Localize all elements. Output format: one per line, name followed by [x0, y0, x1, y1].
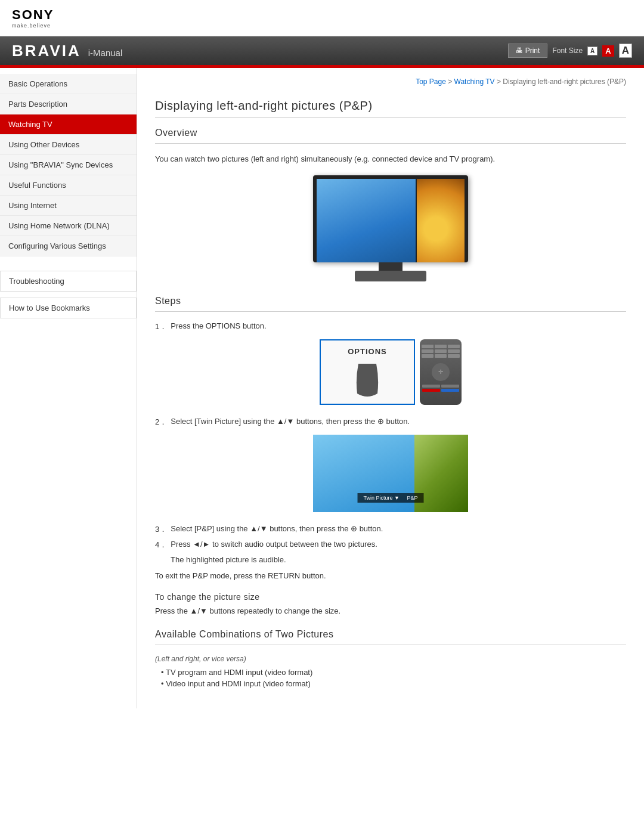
combinations-divider [155, 645, 626, 645]
remote-btn-5 [435, 349, 447, 353]
page-title: Displaying left-and-right pictures (P&P) [155, 99, 626, 113]
tv-stand-neck [379, 262, 402, 271]
print-icon: 🖶 [516, 47, 523, 55]
step-4-sub: The highlighted picture is audible. [155, 555, 626, 564]
sidebar-item-troubleshooting[interactable]: Troubleshooting [0, 271, 137, 292]
sidebar-item-useful-functions[interactable]: Useful Functions [0, 175, 137, 196]
breadcrumb-sep1: > [448, 78, 454, 86]
top-header: SONY make.believe [0, 0, 644, 36]
steps-divider [155, 311, 626, 312]
twin-img-container: Twin Picture ▼ P&P [155, 435, 626, 512]
font-size-small-button[interactable]: A [587, 47, 597, 55]
remote-dpad: ✛ [432, 363, 450, 381]
tv-base-box [355, 271, 426, 281]
nav-title: i-Manual [88, 48, 123, 58]
nav-brand: BRAVIA i-Manual [12, 42, 122, 60]
sidebar-item-using-other-devices[interactable]: Using Other Devices [0, 135, 137, 155]
nav-bar: BRAVIA i-Manual 🖶 Print Font Size A A A [0, 36, 644, 65]
sidebar-section-main: Basic Operations Parts Description Watch… [0, 74, 137, 256]
options-box: OPTIONS [320, 339, 415, 405]
remote-btn-13 [441, 389, 459, 392]
options-curve-wrapper [352, 361, 382, 397]
remote-btn-7 [422, 354, 434, 358]
step-2-num: 2． [155, 417, 167, 428]
remote-buttons-grid [420, 342, 462, 361]
tv-screen-right [417, 179, 465, 262]
sidebar-item-configuring-various[interactable]: Configuring Various Settings [0, 236, 137, 256]
step-4-num: 4． [155, 540, 167, 550]
font-size-medium-button[interactable]: A [602, 45, 614, 57]
sidebar: Basic Operations Parts Description Watch… [0, 68, 137, 708]
step-3-num: 3． [155, 524, 167, 535]
change-picture-size-text: Press the ▲/▼ buttons repeatedly to chan… [155, 605, 626, 618]
font-size-large-button[interactable]: A [619, 44, 632, 58]
available-combinations-heading: Available Combinations of Two Pictures [155, 629, 626, 640]
step-3-text: Select [P&P] using the ▲/▼ buttons, then… [171, 524, 383, 535]
combinations-list: TV program and HDMI input (video format)… [155, 668, 626, 688]
nav-controls: 🖶 Print Font Size A A A [508, 44, 632, 58]
remote-btn-1 [422, 345, 434, 348]
remote-btn-12 [422, 389, 440, 392]
tv-image-container [155, 175, 626, 281]
step-2: 2． Select [Twin Picture] using the ▲/▼ b… [155, 417, 626, 428]
overview-divider [155, 143, 626, 144]
breadcrumb: Top Page > Watching TV > Displaying left… [155, 74, 626, 89]
sidebar-item-using-home-network[interactable]: Using Home Network (DLNA) [0, 216, 137, 236]
breadcrumb-sep2: > [497, 78, 503, 86]
combination-item-1: TV program and HDMI input (video format) [161, 668, 626, 677]
tv-mockup [313, 175, 468, 281]
tv-screen [317, 179, 465, 262]
step-4: 4． Press ◄/► to switch audio output betw… [155, 540, 626, 550]
remote-mockup: ✛ [420, 339, 462, 405]
remote-btn-6 [448, 349, 460, 353]
sony-logo: SONY make.believe [12, 7, 632, 29]
bravia-logo: BRAVIA [12, 42, 81, 60]
change-picture-size-heading: To change the picture size [155, 592, 626, 602]
remote-btn-11 [441, 385, 459, 388]
overview-heading: Overview [155, 128, 626, 138]
sidebar-item-watching-tv[interactable]: Watching TV [0, 114, 137, 135]
options-label: OPTIONS [348, 347, 387, 356]
step-3: 3． Select [P&P] using the ▲/▼ buttons, t… [155, 524, 626, 535]
sidebar-item-basic-operations[interactable]: Basic Operations [0, 74, 137, 94]
twin-screen-wrapper: Twin Picture ▼ P&P [313, 435, 468, 512]
options-container: OPTIONS [155, 339, 626, 405]
main-content: Top Page > Watching TV > Displaying left… [137, 68, 644, 708]
step-4-text: Press ◄/► to switch audio output between… [171, 540, 377, 550]
step-2-text: Select [Twin Picture] using the ▲/▼ butt… [171, 417, 410, 428]
step-1-num: 1． [155, 321, 167, 332]
remote-btn-2 [435, 345, 447, 348]
breadcrumb-current: Displaying left-and-right pictures (P&P) [503, 78, 626, 86]
sidebar-divider [0, 259, 137, 265]
sidebar-section-sub: Troubleshooting How to Use Bookmarks [0, 271, 137, 318]
title-divider [155, 117, 626, 118]
font-size-label: Font Size [552, 47, 583, 55]
sidebar-item-parts-description[interactable]: Parts Description [0, 94, 137, 114]
overview-text: You can watch two pictures (left and rig… [155, 153, 626, 166]
tv-screen-left [317, 179, 416, 262]
tv-screen-wrapper [313, 175, 468, 262]
remote-btn-9 [448, 354, 460, 358]
remote-bottom-buttons [420, 383, 462, 393]
combination-item-2: Video input and HDMI input (video format… [161, 679, 626, 688]
remote-btn-4 [422, 349, 434, 353]
layout: Basic Operations Parts Description Watch… [0, 68, 644, 708]
remote-btn-10 [422, 385, 440, 388]
remote-btn-3 [448, 345, 460, 348]
combinations-note: (Left and right, or vice versa) [155, 655, 626, 663]
sidebar-item-using-bravia-sync[interactable]: Using "BRAVIA" Sync Devices [0, 155, 137, 175]
breadcrumb-top-page[interactable]: Top Page [416, 78, 446, 86]
remote-btn-8 [435, 354, 447, 358]
print-button[interactable]: 🖶 Print [508, 44, 548, 58]
steps-heading: Steps [155, 296, 626, 306]
exit-text: To exit the P&P mode, press the RETURN b… [155, 570, 626, 583]
step-1: 1． Press the OPTIONS button. [155, 321, 626, 332]
step-1-text: Press the OPTIONS button. [171, 321, 266, 332]
remote-dpad-icon: ✛ [438, 368, 443, 375]
twin-overlay: Twin Picture ▼ P&P [358, 493, 424, 503]
sidebar-item-how-to-use-bookmarks[interactable]: How to Use Bookmarks [0, 298, 137, 318]
sidebar-item-using-internet[interactable]: Using Internet [0, 196, 137, 216]
options-curve-svg [352, 361, 382, 397]
breadcrumb-watching-tv[interactable]: Watching TV [454, 78, 495, 86]
